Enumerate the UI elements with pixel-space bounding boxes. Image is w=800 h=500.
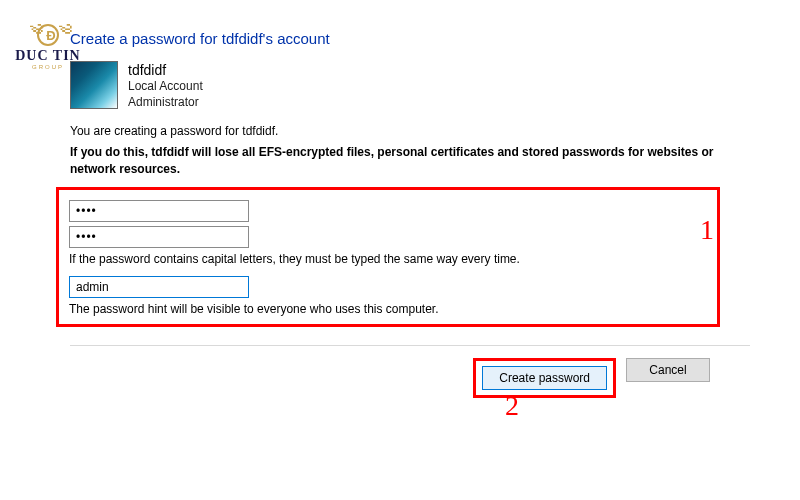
user-avatar bbox=[70, 61, 118, 109]
warning-text: If you do this, tdfdidf will lose all EF… bbox=[70, 144, 750, 176]
annotation-marker-1: 1 bbox=[700, 214, 714, 246]
button-row: Create password Cancel bbox=[70, 358, 750, 398]
create-button-highlight: Create password bbox=[473, 358, 616, 398]
account-type: Local Account bbox=[128, 79, 203, 95]
capital-letter-helper: If the password contains capital letters… bbox=[69, 252, 707, 266]
password-hint-field[interactable] bbox=[69, 276, 249, 298]
account-summary: tdfdidf Local Account Administrator bbox=[70, 61, 750, 110]
divider bbox=[70, 345, 750, 346]
annotation-marker-2: 2 bbox=[505, 390, 519, 422]
page-title: Create a password for tdfdidf's account bbox=[70, 30, 750, 47]
create-password-button[interactable]: Create password bbox=[482, 366, 607, 390]
confirm-password-field[interactable] bbox=[69, 226, 249, 248]
account-role: Administrator bbox=[128, 95, 203, 111]
form-highlight-box: If the password contains capital letters… bbox=[56, 187, 720, 327]
hint-visibility-helper: The password hint will be visible to eve… bbox=[69, 302, 707, 316]
intro-text: You are creating a password for tdfdidf. bbox=[70, 124, 750, 138]
cancel-button[interactable]: Cancel bbox=[626, 358, 710, 382]
account-name: tdfdidf bbox=[128, 61, 203, 79]
new-password-field[interactable] bbox=[69, 200, 249, 222]
